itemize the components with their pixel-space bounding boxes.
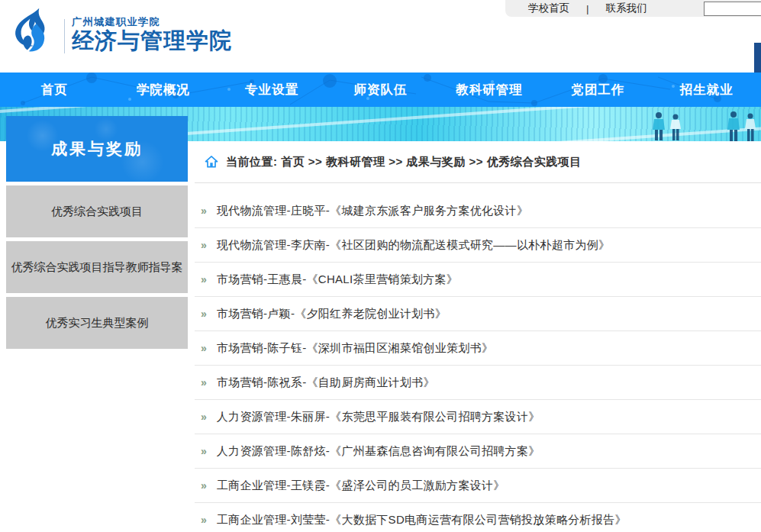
list-item-text: 工商企业管理-刘莹莹-《大数据下SD电商运营有限公司营销投放策略分析报告》 xyxy=(217,513,627,527)
double-arrow-icon: » xyxy=(201,274,207,285)
home-icon xyxy=(204,154,219,169)
banner-people-figures xyxy=(645,108,759,141)
list-item[interactable]: » 市场营销-王惠晨-《CHALI茶里营销策划方案》 xyxy=(195,263,761,297)
nav-item[interactable]: 师资队伍 xyxy=(326,82,434,98)
project-list: » 现代物流管理-庄晓平-《城建京东派客户服务方案优化设计》 » 现代物流管理-… xyxy=(195,183,761,532)
college-logo-icon xyxy=(11,7,56,54)
logo-text: 广州城建职业学院 经济与管理学院 xyxy=(72,17,232,53)
sidebar: 成果与奖励 优秀综合实践项目优秀综合实践项目指导教师指导案优秀实习生典型案例 xyxy=(6,116,188,349)
list-item[interactable]: » 市场营销-陈子钰-《深圳市福田区湘菜馆创业策划书》 xyxy=(195,331,761,366)
nav-item[interactable]: 学院概况 xyxy=(108,82,217,98)
sidebar-menu-item[interactable]: 优秀综合实践项目指导教师指导案 xyxy=(6,241,188,293)
list-item-text: 市场营销-卢颖-《夕阳红养老院创业计划书》 xyxy=(217,307,447,321)
header-edge-graphic xyxy=(754,43,761,73)
list-item[interactable]: » 人力资源管理-陈舒炫-《广州基森信息咨询有限公司招聘方案》 xyxy=(195,434,761,469)
sidebar-menu: 优秀综合实践项目优秀综合实践项目指导教师指导案优秀实习生典型案例 xyxy=(6,185,188,349)
nav-items: 首页学院概况专业设置师资队伍教科研管理党团工作招生就业 xyxy=(0,82,761,98)
list-item[interactable]: » 工商企业管理-刘莹莹-《大数据下SD电商运营有限公司营销投放策略分析报告》 xyxy=(195,503,761,532)
double-arrow-icon: » xyxy=(201,411,207,422)
list-item[interactable]: » 现代物流管理-庄晓平-《城建京东派客户服务方案优化设计》 xyxy=(195,194,761,228)
nav-item[interactable]: 专业设置 xyxy=(218,82,326,98)
list-item[interactable]: » 市场营销-陈祝系-《自助厨房商业计划书》 xyxy=(195,366,761,400)
double-arrow-icon: » xyxy=(201,377,207,388)
list-item[interactable]: » 人力资源管理-朱丽屏-《东莞思平服装有限公司招聘方案设计》 xyxy=(195,400,761,434)
double-arrow-icon: » xyxy=(201,205,207,216)
list-item-text: 人力资源管理-朱丽屏-《东莞思平服装有限公司招聘方案设计》 xyxy=(217,410,540,424)
list-item-text: 现代物流管理-李庆南-《社区团购的物流配送模式研究——以朴朴超市为例》 xyxy=(217,238,611,253)
logo-divider xyxy=(64,19,65,53)
topbar-link-school-home[interactable]: 学校首页 xyxy=(505,2,579,15)
nav-item[interactable]: 首页 xyxy=(0,82,108,98)
breadcrumb[interactable]: 当前位置: 首页 >> 教科研管理 >> 成果与奖励 >> 优秀综合实践项目 xyxy=(195,141,761,183)
list-item-text: 市场营销-陈子钰-《深圳市福田区湘菜馆创业策划书》 xyxy=(217,341,494,356)
double-arrow-icon: » xyxy=(201,343,207,353)
list-item-text: 人力资源管理-陈舒炫-《广州基森信息咨询有限公司招聘方案》 xyxy=(217,444,540,459)
topbar-divider: | xyxy=(579,3,597,15)
list-item[interactable]: » 现代物流管理-李庆南-《社区团购的物流配送模式研究——以朴朴超市为例》 xyxy=(195,228,761,263)
college-name: 经济与管理学院 xyxy=(72,28,232,53)
sidebar-menu-item[interactable]: 优秀实习生典型案例 xyxy=(6,297,188,349)
list-item[interactable]: » 工商企业管理-王镁霞-《盛泽公司的员工激励方案设计》 xyxy=(195,469,761,503)
main-nav: 首页学院概况专业设置师资队伍教科研管理党团工作招生就业 xyxy=(0,73,761,107)
school-name: 广州城建职业学院 xyxy=(72,17,232,27)
logo[interactable] xyxy=(11,7,56,54)
double-arrow-icon: » xyxy=(201,446,207,456)
double-arrow-icon: » xyxy=(201,240,207,250)
list-item-text: 市场营销-陈祝系-《自助厨房商业计划书》 xyxy=(217,376,435,390)
nav-item[interactable]: 党团工作 xyxy=(543,82,652,98)
topbar-link-contact[interactable]: 联系我们 xyxy=(597,2,656,15)
list-item-text: 现代物流管理-庄晓平-《城建京东派客户服务方案优化设计》 xyxy=(217,204,528,218)
search-input[interactable] xyxy=(704,2,761,16)
list-item-text: 市场营销-王惠晨-《CHALI茶里营销策划方案》 xyxy=(217,272,458,287)
nav-item[interactable]: 招生就业 xyxy=(653,82,761,98)
double-arrow-icon: » xyxy=(201,480,207,491)
list-item-text: 工商企业管理-王镁霞-《盛泽公司的员工激励方案设计》 xyxy=(217,479,505,493)
sidebar-menu-item[interactable]: 优秀综合实践项目 xyxy=(6,185,188,237)
nav-item[interactable]: 教科研管理 xyxy=(435,82,543,98)
list-item[interactable]: » 市场营销-卢颖-《夕阳红养老院创业计划书》 xyxy=(195,297,761,331)
sidebar-title: 成果与奖励 xyxy=(6,116,188,182)
double-arrow-icon: » xyxy=(201,514,207,525)
double-arrow-icon: » xyxy=(201,308,207,319)
main-content: 当前位置: 首页 >> 教科研管理 >> 成果与奖励 >> 优秀综合实践项目 »… xyxy=(195,141,761,532)
breadcrumb-text: 当前位置: 首页 >> 教科研管理 >> 成果与奖励 >> 优秀综合实践项目 xyxy=(226,155,582,169)
